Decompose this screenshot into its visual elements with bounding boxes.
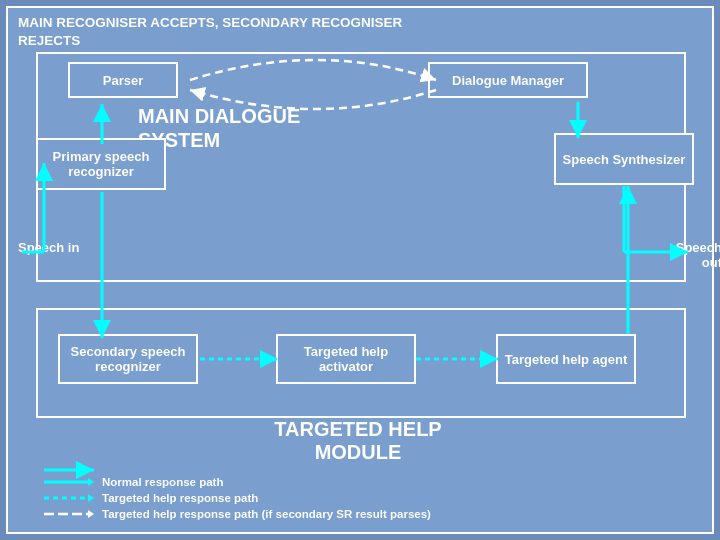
legend-targeted-if-text: Targeted help response path (if secondar… bbox=[102, 508, 431, 520]
secondary-sr-box: Secondary speech recognizer bbox=[58, 334, 198, 384]
title-line1: MAIN RECOGNISER ACCEPTS, SECONDARY RECOG… bbox=[18, 14, 702, 32]
legend-targeted-response-if: Targeted help response path (if secondar… bbox=[44, 508, 431, 520]
svg-marker-1 bbox=[88, 478, 94, 486]
dialogue-manager-box: Dialogue Manager bbox=[428, 62, 588, 98]
parser-box: Parser bbox=[68, 62, 178, 98]
targeted-help-agent-box: Targeted help agent bbox=[496, 334, 636, 384]
title-line2: REJECTS bbox=[18, 32, 702, 50]
targeted-help-activator-box: Targeted help activator bbox=[276, 334, 416, 384]
primary-sr-box: Primary speech recognizer bbox=[36, 138, 166, 190]
svg-marker-3 bbox=[88, 494, 94, 502]
speech-in-label: Speech in bbox=[18, 240, 79, 255]
speech-out-label: Speech out bbox=[668, 240, 720, 270]
legend-normal-response: Normal response path bbox=[44, 476, 431, 488]
legend-targeted-response: Targeted help response path bbox=[44, 492, 431, 504]
legend-normal-text: Normal response path bbox=[102, 476, 223, 488]
legend: Normal response path Targeted help respo… bbox=[44, 476, 431, 524]
title-bar: MAIN RECOGNISER ACCEPTS, SECONDARY RECOG… bbox=[8, 8, 712, 51]
targeted-help-module-label: TARGETED HELP MODULE bbox=[108, 418, 608, 464]
legend-targeted-text: Targeted help response path bbox=[102, 492, 258, 504]
speech-synthesizer-box: Speech Synthesizer bbox=[554, 133, 694, 185]
outer-container: MAIN RECOGNISER ACCEPTS, SECONDARY RECOG… bbox=[6, 6, 714, 534]
svg-marker-5 bbox=[88, 510, 94, 518]
